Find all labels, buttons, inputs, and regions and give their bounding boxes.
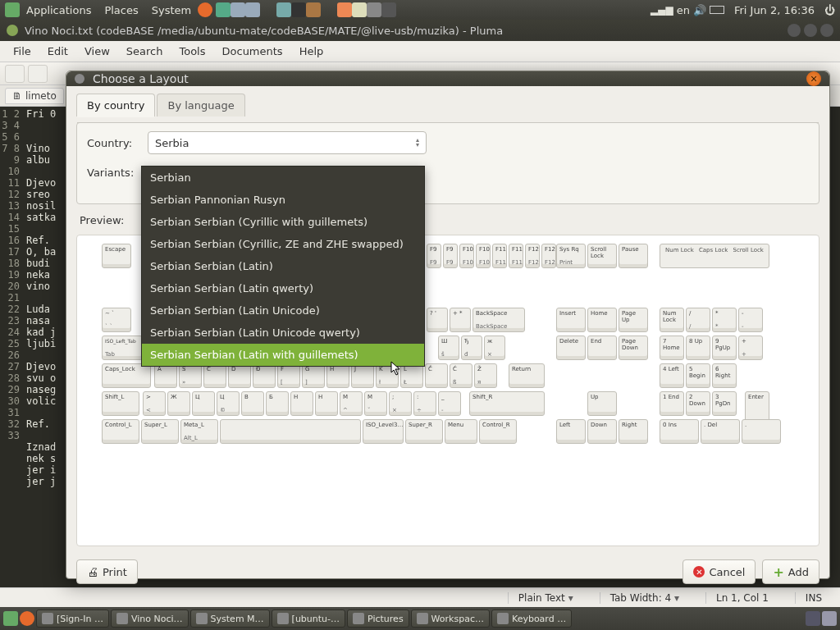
menu-file[interactable]: File: [5, 45, 39, 57]
country-value: Serbia: [155, 137, 189, 149]
key: Menu: [445, 419, 477, 444]
variants-dropdown[interactable]: SerbianSerbian Pannonian RusynSerbian Se…: [141, 166, 425, 367]
key: ? ': [427, 308, 448, 332]
terminal-icon[interactable]: [306, 2, 321, 17]
country-combo[interactable]: Serbia ▴▾: [148, 131, 427, 154]
variant-option[interactable]: Serbian Pannonian Rusyn: [142, 189, 424, 211]
variant-option[interactable]: Serbian Serbian (Cyrillic with guillemet…: [142, 211, 424, 233]
key-return: Return: [509, 363, 545, 388]
key-fn: F10F10: [459, 244, 474, 268]
key-tilde: ~ `` `: [102, 308, 131, 332]
menu-system[interactable]: System: [145, 4, 198, 16]
chevron-updown-icon: ▴▾: [416, 138, 419, 148]
key: Шš: [438, 336, 459, 360]
files-icon[interactable]: [276, 2, 291, 17]
tabs-strip: By country By language: [76, 94, 819, 116]
key: 9 PgUp: [712, 336, 737, 360]
camera-icon[interactable]: [381, 2, 396, 17]
key: 8 Up: [686, 336, 710, 360]
variant-option[interactable]: Serbian Serbian (Latin Unicode): [142, 299, 424, 322]
cancel-button[interactable]: ✕Cancel: [682, 559, 756, 584]
menu-tools[interactable]: Tools: [171, 45, 213, 57]
network-icon[interactable]: ▂▄▆: [651, 4, 673, 16]
menu-search[interactable]: Search: [118, 45, 171, 57]
minimize-button[interactable]: [788, 24, 801, 37]
key: Ж: [167, 391, 190, 416]
taskbar-firefox-icon[interactable]: [20, 611, 34, 626]
notes-icon[interactable]: [352, 2, 367, 17]
firefox-icon[interactable]: [198, 2, 212, 17]
task-item[interactable]: System M…: [190, 609, 270, 628]
key-home: Home: [587, 308, 617, 332]
close-button[interactable]: [820, 24, 833, 37]
app-icon[interactable]: [216, 2, 231, 17]
variant-option[interactable]: Serbian Serbian (Latin qwerty): [142, 277, 424, 299]
key: Ђđ: [461, 336, 482, 360]
variant-option[interactable]: Serbian: [142, 167, 424, 189]
key-backspace: BackSpaceBackSpace: [472, 308, 525, 332]
print-button[interactable]: Print: [76, 559, 138, 584]
toolbar-open[interactable]: [28, 65, 48, 83]
task-item[interactable]: Pictures: [347, 609, 409, 628]
key: 3 PgDn: [712, 391, 737, 416]
dialog-close-button[interactable]: ✕: [806, 71, 821, 86]
key-fn: F11F11: [509, 244, 523, 268]
key: H: [290, 391, 313, 416]
tab-by-language[interactable]: By language: [157, 94, 244, 116]
menu-help[interactable]: Help: [291, 45, 332, 57]
key: G]: [302, 363, 325, 388]
key: 7 Home: [660, 336, 684, 360]
task-item[interactable]: [Sign-In …: [36, 609, 109, 628]
monitor-icon[interactable]: [291, 2, 306, 17]
key: _-: [438, 391, 461, 416]
key: B: [241, 391, 264, 416]
task-item[interactable]: Vino Noci…: [111, 609, 189, 628]
vlc-icon[interactable]: [337, 2, 352, 17]
key: M^: [340, 391, 363, 416]
task-item[interactable]: [ubuntu-…: [272, 609, 345, 628]
show-desktop-icon[interactable]: [3, 611, 18, 626]
add-button[interactable]: +Add: [762, 559, 819, 584]
document-tab[interactable]: 🗎 limeto: [5, 88, 64, 104]
mate-icon[interactable]: [5, 2, 20, 17]
key-sysrq: Sys RqPrint: [556, 244, 586, 268]
menu-applications[interactable]: Applications: [20, 4, 98, 16]
menu-documents[interactable]: Documents: [214, 45, 291, 57]
menu-edit[interactable]: Edit: [39, 45, 76, 57]
trash-icon[interactable]: [822, 611, 837, 626]
tab-by-country[interactable]: By country: [76, 94, 155, 116]
settings-icon[interactable]: [367, 2, 381, 17]
dialog-titlebar[interactable]: Choose a Layout ✕: [66, 71, 829, 86]
key: Meta_LAlt_L: [180, 419, 218, 444]
key: Ц: [192, 391, 215, 416]
task-item[interactable]: Workspac…: [411, 609, 490, 628]
task-item[interactable]: Keyboard …: [491, 609, 572, 628]
key-escape: Escape: [102, 244, 131, 268]
menu-view[interactable]: View: [76, 45, 118, 57]
sound-icon[interactable]: 🔊: [693, 4, 706, 16]
menu-places[interactable]: Places: [98, 4, 144, 16]
key-left: Left: [556, 419, 586, 444]
variant-option[interactable]: Serbian Serbian (Latin with guillemets): [142, 344, 424, 366]
keyboard-lang[interactable]: en: [677, 4, 690, 16]
pluma-menubar: File Edit View Search Tools Documents He…: [0, 41, 840, 62]
toolbar-new[interactable]: [5, 65, 25, 83]
key-fn: F10F10: [476, 244, 491, 268]
battery-icon[interactable]: [710, 6, 724, 14]
key: Ž¤: [474, 363, 497, 388]
variant-option[interactable]: Serbian Serbian (Latin Unicode qwerty): [142, 322, 424, 344]
variant-option[interactable]: Serbian Serbian (Latin): [142, 255, 424, 277]
workspace-switcher[interactable]: [806, 611, 820, 626]
maximize-button[interactable]: [804, 24, 817, 37]
magnifier-icon[interactable]: [245, 2, 260, 17]
clock[interactable]: Fri Jun 2, 16:36: [728, 4, 821, 16]
system-tray: ▂▄▆ en 🔊 Fri Jun 2, 16:36 ⏻: [651, 4, 835, 16]
key: LŁ: [400, 363, 423, 388]
variant-option[interactable]: Serbian Serbian (Cyrillic, ZE and ZHE sw…: [142, 233, 424, 255]
tab-label: limeto: [25, 90, 57, 102]
cancel-icon: ✕: [693, 566, 705, 578]
search-icon[interactable]: [231, 2, 245, 17]
key: 1 End: [660, 391, 684, 416]
pluma-app-icon: [7, 25, 18, 36]
power-icon[interactable]: ⏻: [824, 4, 835, 16]
